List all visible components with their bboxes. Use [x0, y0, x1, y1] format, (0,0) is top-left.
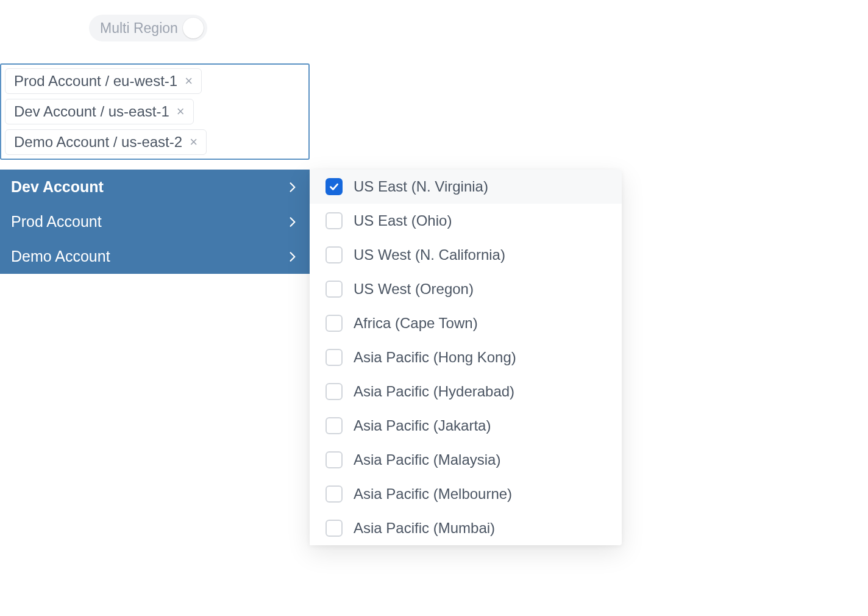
checkbox-icon	[326, 349, 343, 366]
region-label: US East (Ohio)	[354, 212, 452, 229]
checkbox-icon	[326, 315, 343, 332]
close-icon[interactable]: ×	[183, 74, 194, 88]
region-option[interactable]: Asia Pacific (Hyderabad)	[310, 374, 622, 409]
region-option[interactable]: Asia Pacific (Hong Kong)	[310, 340, 622, 374]
region-label: Africa (Cape Town)	[354, 315, 478, 332]
checkbox-icon	[326, 417, 343, 434]
account-item-prod[interactable]: Prod Account	[0, 204, 310, 239]
selected-regions-input[interactable]: Prod Account / eu-west-1 × Dev Account /…	[0, 63, 310, 160]
checkbox-icon	[326, 246, 343, 263]
region-label: Asia Pacific (Hyderabad)	[354, 383, 514, 400]
chevron-right-icon	[289, 251, 296, 262]
selected-tag-label: Prod Account / eu-west-1	[14, 73, 177, 90]
selected-tag: Prod Account / eu-west-1 ×	[5, 68, 202, 94]
checkbox-icon	[326, 520, 343, 537]
checkbox-icon	[326, 485, 343, 503]
checkbox-icon	[326, 178, 343, 195]
region-label: Asia Pacific (Malaysia)	[354, 451, 500, 468]
account-label: Dev Account	[11, 178, 104, 196]
region-submenu: US East (N. Virginia) US East (Ohio) US …	[310, 170, 622, 545]
selected-tag-label: Demo Account / us-east-2	[14, 134, 182, 151]
close-icon[interactable]: ×	[188, 135, 199, 149]
multi-region-toggle[interactable]: Multi Region	[89, 15, 207, 41]
account-label: Demo Account	[11, 248, 110, 265]
region-option[interactable]: US West (N. California)	[310, 238, 622, 272]
region-label: Asia Pacific (Jakarta)	[354, 417, 491, 434]
region-option[interactable]: US East (Ohio)	[310, 204, 622, 238]
chevron-right-icon	[289, 217, 296, 227]
region-label: Asia Pacific (Mumbai)	[354, 520, 495, 537]
checkbox-icon	[326, 383, 343, 400]
multi-region-toggle-label: Multi Region	[100, 20, 178, 37]
region-option[interactable]: Asia Pacific (Melbourne)	[310, 477, 622, 511]
selected-tag-label: Dev Account / us-east-1	[14, 103, 169, 120]
checkbox-icon	[326, 451, 343, 468]
region-option[interactable]: US West (Oregon)	[310, 272, 622, 306]
region-label: Asia Pacific (Melbourne)	[354, 485, 512, 503]
toggle-knob	[183, 18, 204, 38]
region-label: Asia Pacific (Hong Kong)	[354, 349, 516, 366]
account-item-demo[interactable]: Demo Account	[0, 239, 310, 274]
region-label: US West (Oregon)	[354, 281, 474, 298]
root: Multi Region Prod Account / eu-west-1 × …	[0, 0, 868, 616]
chevron-right-icon	[289, 182, 296, 193]
account-label: Prod Account	[11, 213, 102, 231]
account-dropdown: Dev Account Prod Account Demo Account	[0, 170, 310, 274]
region-option[interactable]: Asia Pacific (Jakarta)	[310, 409, 622, 443]
region-option[interactable]: Asia Pacific (Mumbai)	[310, 511, 622, 545]
region-option[interactable]: Africa (Cape Town)	[310, 306, 622, 340]
region-option[interactable]: US East (N. Virginia)	[310, 170, 622, 204]
region-option[interactable]: Asia Pacific (Malaysia)	[310, 443, 622, 477]
region-label: US East (N. Virginia)	[354, 178, 488, 195]
selected-tag: Demo Account / us-east-2 ×	[5, 129, 207, 155]
close-icon[interactable]: ×	[176, 105, 186, 118]
account-item-dev[interactable]: Dev Account	[0, 170, 310, 204]
region-label: US West (N. California)	[354, 246, 505, 263]
selected-tag: Dev Account / us-east-1 ×	[5, 99, 194, 124]
checkbox-icon	[326, 212, 343, 229]
checkbox-icon	[326, 281, 343, 298]
